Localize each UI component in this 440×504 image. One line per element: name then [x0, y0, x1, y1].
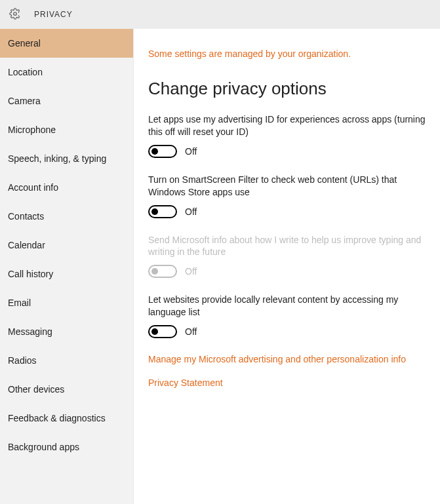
toggle-row: Off	[148, 265, 426, 278]
sidebar-item-label: Speech, inking, & typing	[8, 153, 106, 164]
sidebar-item-camera[interactable]: Camera	[0, 87, 133, 115]
section-heading: Change privacy options	[148, 79, 426, 99]
privacy-setting: Send Microsoft info about how I write to…	[148, 234, 426, 279]
sidebar-item-label: Contacts	[8, 211, 44, 222]
sidebar: GeneralLocationCameraMicrophoneSpeech, i…	[0, 29, 134, 504]
toggle-knob	[151, 208, 158, 215]
header: PRIVACY	[0, 0, 440, 29]
sidebar-item-other-devices[interactable]: Other devices	[0, 375, 133, 404]
toggle-row: Off	[148, 205, 426, 218]
sidebar-item-calendar[interactable]: Calendar	[0, 231, 133, 260]
toggle-state-label: Off	[185, 206, 197, 217]
sidebar-item-radios[interactable]: Radios	[0, 346, 133, 375]
toggle-row: Off	[148, 145, 426, 158]
manage-advertising-link[interactable]: Manage my Microsoft advertising and othe…	[148, 354, 426, 364]
toggle-knob	[151, 148, 158, 155]
sidebar-item-microphone[interactable]: Microphone	[0, 115, 133, 144]
sidebar-item-label: Feedback & diagnostics	[8, 413, 106, 423]
toggle-state-label: Off	[185, 326, 197, 337]
page-title: PRIVACY	[34, 10, 73, 19]
sidebar-item-contacts[interactable]: Contacts	[0, 202, 133, 231]
setting-description: Turn on SmartScreen Filter to check web …	[148, 174, 426, 199]
org-managed-notice: Some settings are managed by your organi…	[148, 48, 426, 59]
setting-description: Let websites provide locally relevant co…	[148, 294, 426, 319]
privacy-setting: Let websites provide locally relevant co…	[148, 294, 426, 338]
toggle-state-label: Off	[185, 266, 197, 277]
sidebar-item-label: Other devices	[8, 384, 64, 395]
setting-description: Send Microsoft info about how I write to…	[148, 234, 426, 259]
toggle-knob	[151, 328, 158, 335]
sidebar-item-feedback-diagnostics[interactable]: Feedback & diagnostics	[0, 404, 133, 433]
main-content: Some settings are managed by your organi…	[134, 29, 440, 504]
sidebar-item-label: Radios	[8, 355, 37, 366]
toggle-switch[interactable]	[148, 145, 177, 158]
toggle-knob	[151, 268, 158, 275]
toggle-switch	[148, 265, 177, 278]
sidebar-item-label: Account info	[8, 182, 58, 193]
privacy-setting: Let apps use my advertising ID for exper…	[148, 113, 426, 158]
sidebar-item-email[interactable]: Email	[0, 288, 133, 317]
sidebar-item-label: Messaging	[8, 326, 52, 337]
sidebar-item-label: Background apps	[8, 442, 79, 452]
sidebar-item-label: Microphone	[8, 125, 56, 135]
sidebar-item-messaging[interactable]: Messaging	[0, 317, 133, 346]
toggle-switch[interactable]	[148, 325, 177, 338]
gear-icon	[9, 8, 21, 22]
privacy-statement-link[interactable]: Privacy Statement	[148, 378, 426, 388]
svg-point-0	[14, 12, 17, 15]
sidebar-item-account-info[interactable]: Account info	[0, 173, 133, 202]
toggle-row: Off	[148, 325, 426, 338]
privacy-setting: Turn on SmartScreen Filter to check web …	[148, 174, 426, 218]
sidebar-item-call-history[interactable]: Call history	[0, 260, 133, 288]
sidebar-item-label: General	[8, 38, 41, 48]
toggle-state-label: Off	[185, 146, 197, 157]
sidebar-item-label: Camera	[8, 96, 41, 106]
toggle-switch[interactable]	[148, 205, 177, 218]
sidebar-item-label: Email	[8, 298, 31, 308]
sidebar-item-location[interactable]: Location	[0, 58, 133, 87]
sidebar-item-speech-inking-typing[interactable]: Speech, inking, & typing	[0, 144, 133, 173]
setting-description: Let apps use my advertising ID for exper…	[148, 113, 426, 138]
sidebar-item-general[interactable]: General	[0, 29, 133, 58]
sidebar-item-label: Calendar	[8, 240, 45, 250]
sidebar-item-label: Call history	[8, 269, 53, 279]
sidebar-item-background-apps[interactable]: Background apps	[0, 433, 133, 461]
sidebar-item-label: Location	[8, 67, 43, 77]
